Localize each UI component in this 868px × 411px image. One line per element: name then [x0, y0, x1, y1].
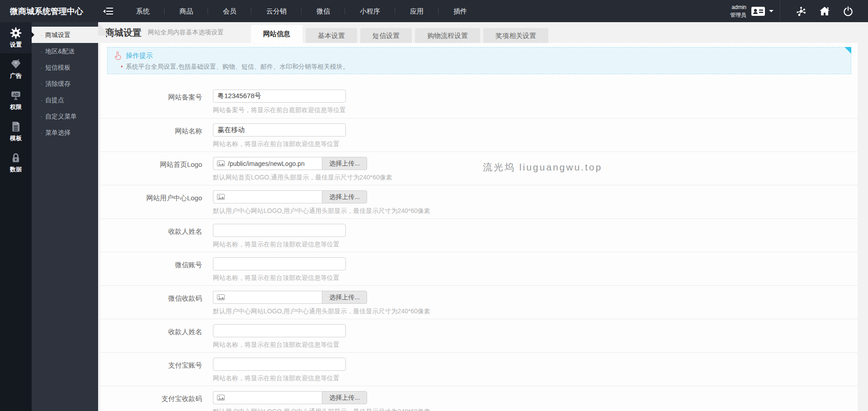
- payee-name-input[interactable]: [213, 224, 346, 237]
- form-row-icp: 网站备案号 网站备案号，将显示在前台底部欢迎信息等位置: [100, 85, 858, 118]
- field-help: 默认网站首页LOGO,通用头部显示，最佳显示尺寸为240*60像素: [213, 174, 392, 182]
- corner-fold-decoration: [98, 22, 109, 36]
- app-title: 微商城系统管理中心: [0, 6, 83, 17]
- home-icon[interactable]: [819, 5, 830, 17]
- submenu-item-region-delivery[interactable]: ·地区&配送: [32, 43, 98, 59]
- id-card-icon[interactable]: [751, 6, 765, 17]
- field-help: 默认用户中心网站LOGO,用户中心通用头部显示，最佳显示尺寸为240*60像素: [213, 307, 430, 316]
- usercenter-logo-path-input[interactable]: [228, 194, 318, 201]
- form-row-home-logo: 网站首页Logo 选择上传... 默认网站首页LOGO,通用头部显示，最佳显示尺…: [100, 151, 858, 185]
- field-label: 支付宝收款码: [100, 386, 213, 411]
- tip-title: 操作提示: [126, 52, 153, 60]
- tab-shopping-flow[interactable]: 购物流程设置: [415, 28, 480, 43]
- svg-text:AD: AD: [13, 92, 19, 97]
- main-content: 商城设置 网站全局内容基本选项设置 网站信息 基本设置 短信设置 购物流程设置 …: [98, 22, 868, 411]
- field-help: 网站名称，将显示在前台顶部欢迎信息等位置: [213, 374, 346, 383]
- nav-item-apps[interactable]: 应用: [395, 0, 439, 22]
- tab-bar: 网站信息 基本设置 短信设置 购物流程设置 奖项相关设置: [251, 22, 548, 43]
- nav-item-members[interactable]: 会员: [208, 0, 251, 22]
- chevron-down-icon[interactable]: [769, 10, 774, 12]
- form-row-alipay-account: 支付宝账号 网站名称，将显示在前台顶部欢迎信息等位置: [100, 352, 858, 386]
- submenu-item-pickup-point[interactable]: ·自提点: [32, 92, 98, 108]
- wechat-account-input[interactable]: [213, 257, 346, 270]
- content-panel: 操作提示 系统平台全局设置,包括基础设置、购物、短信、邮件、水印和分销等相关模块…: [100, 43, 858, 411]
- site-name-input[interactable]: [213, 123, 346, 137]
- field-help: 默认用户中心网站LOGO,用户中心通用头部显示，最佳显示尺寸为240*60像素: [213, 408, 430, 411]
- module-rail: 设置 广告 AD 权限 模板: [0, 22, 32, 411]
- module-data[interactable]: 数据: [0, 147, 32, 178]
- submenu-item-mall-settings[interactable]: ·商城设置: [32, 27, 98, 43]
- user-name: admin: [730, 4, 746, 11]
- tab-site-info[interactable]: 网站信息: [251, 25, 302, 43]
- field-label: 网站用户中心Logo: [100, 185, 213, 218]
- form-row-wechat-qrcode: 微信收款码 选择上传... 默认用户中心网站LOGO,用户中心通用头部显示，最佳…: [100, 285, 858, 319]
- field-label: 网站首页Logo: [100, 152, 213, 185]
- form-row-alipay-qrcode: 支付宝收款码 选择上传... 默认用户中心网站LOGO,用户中心通用头部显示，最…: [100, 386, 858, 411]
- form-row-payee-name-2: 收款人姓名 网站名称，将显示在前台顶部欢迎信息等位置: [100, 319, 858, 352]
- top-nav: 系统 商品 会员 云分销 微信 小程序 应用 插件: [121, 0, 482, 22]
- field-help: 网站名称，将显示在前台顶部欢迎信息等位置: [213, 241, 346, 249]
- form-row-payee-name: 收款人姓名 网站名称，将显示在前台顶部欢迎信息等位置: [100, 218, 858, 252]
- module-ads[interactable]: 广告: [0, 53, 32, 85]
- nav-item-miniprogram[interactable]: 小程序: [345, 0, 395, 22]
- form-row-site-name: 网站名称 网站名称，将显示在前台顶部欢迎信息等位置: [100, 118, 858, 151]
- module-label: 设置: [0, 41, 32, 49]
- field-help: 默认用户中心网站LOGO,用户中心通用头部显示，最佳显示尺寸为240*60像素: [213, 207, 430, 215]
- field-label: 收款人姓名: [100, 219, 213, 252]
- page-title: 商城设置: [105, 27, 142, 39]
- tip-body: 系统平台全局设置,包括基础设置、购物、短信、邮件、水印和分销等相关模块。: [114, 63, 844, 71]
- submenu-item-menu-select[interactable]: ·菜单选择: [32, 124, 98, 141]
- divider: [780, 0, 780, 22]
- nav-item-goods[interactable]: 商品: [165, 0, 208, 22]
- image-icon: [217, 161, 225, 166]
- field-label: 微信账号: [100, 252, 213, 285]
- topbar: 微商城系统管理中心 系统 商品 会员 云分销 微信 小程序 应用 插件 admi…: [0, 0, 868, 22]
- page-header: 商城设置 网站全局内容基本选项设置 网站信息 基本设置 短信设置 购物流程设置 …: [98, 22, 868, 43]
- payee-name-2-input[interactable]: [213, 324, 346, 337]
- tab-prize-settings[interactable]: 奖项相关设置: [483, 28, 548, 43]
- site-logo-path-input[interactable]: [228, 160, 318, 167]
- shortcut-hub-icon[interactable]: [795, 5, 807, 17]
- module-settings[interactable]: 设置: [0, 22, 32, 53]
- field-help: 网站名称，将显示在前台顶部欢迎信息等位置: [213, 274, 346, 282]
- alipay-qrcode-path-input[interactable]: [228, 394, 318, 402]
- diamond-icon: [10, 58, 22, 70]
- submenu-item-custom-menu[interactable]: ·自定义菜单: [32, 108, 98, 124]
- field-label: 网站名称: [100, 118, 213, 151]
- field-help: 网站备案号，将显示在前台底部欢迎信息等位置: [213, 106, 346, 114]
- wechat-qrcode-path-input[interactable]: [228, 294, 318, 301]
- image-icon: [217, 294, 225, 300]
- module-label: 模板: [0, 134, 32, 142]
- upload-button[interactable]: 选择上传...: [322, 157, 367, 170]
- submenu-item-clear-cache[interactable]: ·清除缓存: [32, 76, 98, 92]
- module-templates[interactable]: 模板: [0, 116, 32, 147]
- operation-tip-box: 操作提示 系统平台全局设置,包括基础设置、购物、短信、邮件、水印和分销等相关模块…: [107, 47, 851, 74]
- nav-item-plugins[interactable]: 插件: [439, 0, 482, 22]
- tab-sms-settings[interactable]: 短信设置: [360, 28, 412, 43]
- page-subtitle: 网站全局内容基本选项设置: [148, 28, 224, 37]
- nav-item-system[interactable]: 系统: [121, 0, 165, 22]
- form-row-wechat-account: 微信账号 网站名称，将显示在前台顶部欢迎信息等位置: [100, 252, 858, 285]
- field-label: 收款人姓名: [100, 319, 213, 352]
- image-icon: [217, 194, 225, 200]
- alipay-account-input[interactable]: [213, 358, 346, 371]
- module-label: 广告: [0, 72, 32, 80]
- site-icp-input[interactable]: [213, 90, 346, 103]
- sidebar-toggle-icon[interactable]: [103, 8, 113, 15]
- nav-item-distribution[interactable]: 云分销: [251, 0, 302, 22]
- power-icon[interactable]: [842, 5, 854, 17]
- field-help: 网站名称，将显示在前台顶部欢迎信息等位置: [213, 341, 346, 349]
- nav-item-wechat[interactable]: 微信: [302, 0, 345, 22]
- document-icon: [10, 121, 22, 132]
- upload-button[interactable]: 选择上传...: [322, 291, 367, 304]
- upload-button[interactable]: 选择上传...: [322, 190, 367, 203]
- user-role: 管理员: [730, 11, 746, 19]
- upload-button[interactable]: 选择上传...: [322, 391, 367, 404]
- tab-basic-settings[interactable]: 基本设置: [306, 28, 357, 43]
- module-label: 数据: [0, 165, 32, 174]
- module-permissions[interactable]: AD 权限: [0, 85, 32, 116]
- submenu-item-sms-template[interactable]: ·短信模板: [32, 59, 98, 76]
- image-icon: [217, 395, 225, 401]
- field-help: 网站名称，将显示在前台顶部欢迎信息等位置: [213, 140, 346, 148]
- watermark: 流光坞 liuguangwu.top: [483, 161, 602, 174]
